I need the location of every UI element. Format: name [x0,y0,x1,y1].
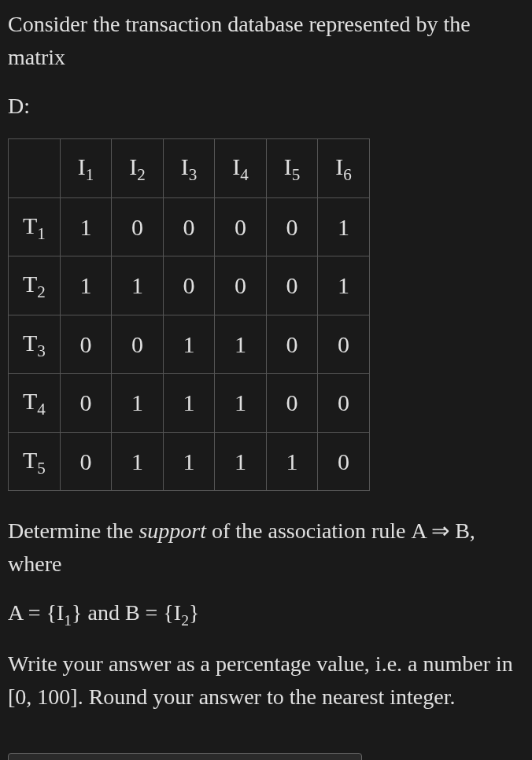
cell: 0 [266,374,318,433]
cell: 0 [112,315,164,374]
cell: 0 [318,432,370,491]
cell: 1 [215,374,267,433]
cell: 0 [163,197,215,256]
cell: 0 [60,432,112,491]
table-header-i2: I2 [112,139,164,198]
cell: 1 [215,315,267,374]
row-label-t3: T3 [9,315,61,374]
cell: 1 [112,432,164,491]
cell: 0 [215,197,267,256]
row-label-t1: T1 [9,197,61,256]
table-row: T2 1 1 0 0 0 1 [9,256,370,315]
cell: 0 [60,315,112,374]
cell: 1 [60,197,112,256]
cell: 1 [112,374,164,433]
table-header-empty [9,139,61,198]
cell: 0 [163,256,215,315]
cell: 0 [215,256,267,315]
db-label: D: [8,90,524,123]
table-row: T1 1 0 0 0 0 1 [9,197,370,256]
cell: 1 [112,256,164,315]
row-label-t2: T2 [9,256,61,315]
table-header-i3: I3 [163,139,215,198]
cell: 0 [318,315,370,374]
cell: 0 [112,197,164,256]
intro-text: Consider the transaction database repres… [8,8,524,74]
cell: 1 [163,374,215,433]
cell: 0 [266,315,318,374]
table-header-i4: I4 [215,139,267,198]
cell: 0 [318,374,370,433]
transaction-matrix: I1 I2 I3 I4 I5 I6 T1 1 0 0 0 0 1 T2 1 1 … [8,138,370,491]
table-header-row: I1 I2 I3 I4 I5 I6 [9,139,370,198]
cell: 1 [215,432,267,491]
table-row: T4 0 1 1 1 0 0 [9,374,370,433]
table-row: T5 0 1 1 1 1 0 [9,432,370,491]
cell: 0 [266,256,318,315]
answer-input[interactable] [8,753,362,760]
cell: 0 [266,197,318,256]
cell: 1 [163,315,215,374]
instruction-text: Write your answer as a percentage value,… [8,647,524,714]
cell: 1 [318,256,370,315]
table-row: T3 0 0 1 1 0 0 [9,315,370,374]
table-header-i1: I1 [60,139,112,198]
cell: 1 [60,256,112,315]
row-label-t4: T4 [9,374,61,433]
table-header-i5: I5 [266,139,318,198]
question-text: Determine the support of the association… [8,515,524,581]
cell: 1 [318,197,370,256]
row-label-t5: T5 [9,432,61,491]
cell: 1 [266,432,318,491]
table-header-i6: I6 [318,139,370,198]
cell: 0 [60,374,112,433]
definitions-text: A = {I1} and B = {I2} [8,596,524,632]
cell: 1 [163,432,215,491]
